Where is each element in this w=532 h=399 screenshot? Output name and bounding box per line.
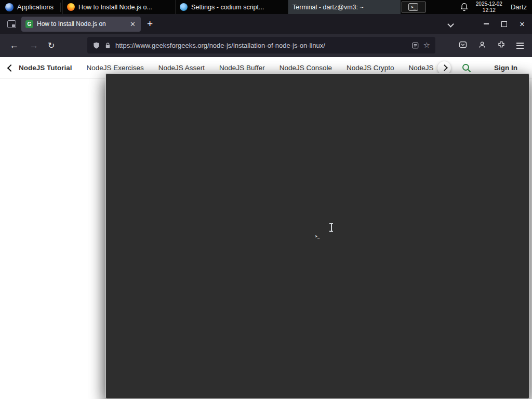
taskbar-label: Terminal - dartz@vm3: ~ [292, 4, 364, 11]
reader-view-icon[interactable] [411, 42, 419, 49]
nav-item-nodejs-crypto[interactable]: NodeJS Crypto [347, 64, 394, 72]
clock-date: 2025-12-02 [476, 1, 502, 7]
taskbar-button[interactable]: How to Install Node.js o... [62, 0, 175, 14]
nav-item-nodejs-buffer[interactable]: NodeJS Buffer [219, 64, 265, 72]
nav-scroll-right-button[interactable] [437, 61, 451, 75]
window-maximize-icon[interactable] [501, 21, 507, 27]
nav-back-chevron-icon[interactable] [7, 64, 15, 71]
navigation-toolbar: ← → ↻ https://www.geeksforgeeks.org/node… [0, 34, 532, 57]
taskbar-label: How to Install Node.js o... [78, 4, 152, 11]
account-icon[interactable] [478, 41, 486, 51]
url-bar[interactable]: https://www.geeksforgeeks.org/node-js/in… [87, 37, 435, 54]
menu-hamburger-icon[interactable] [516, 43, 524, 49]
tab-bar: G How to Install Node.js on ✕ + × [0, 14, 532, 34]
applications-menu[interactable]: Applications [0, 0, 59, 14]
clock-time: 12:12 [476, 7, 502, 14]
nav-item-nodejs-exercises[interactable]: NodeJS Exercises [87, 64, 144, 72]
panel-right: 2025-12-02 12:12 Dartz [402, 0, 532, 14]
clock[interactable]: 2025-12-02 12:12 [476, 1, 502, 13]
gfg-nav-links: NodeJS ExercisesNodeJS AssertNodeJS Buff… [87, 64, 436, 72]
taskbar-button[interactable]: Settings - codium script... [175, 0, 288, 14]
nav-item-nodejs-assert[interactable]: NodeJS Assert [158, 64, 205, 72]
mouse-cursor [329, 223, 334, 232]
nav-item-nodejs-tutorial[interactable]: NodeJS Tutorial [19, 64, 72, 72]
window-close-icon[interactable]: × [520, 20, 525, 29]
user-menu[interactable]: Dartz [511, 3, 527, 11]
tab-title: How to Install Node.js on [37, 20, 125, 28]
bookmark-star-icon[interactable]: ☆ [423, 41, 430, 50]
shield-icon[interactable] [92, 42, 100, 49]
reload-icon[interactable]: ↻ [48, 34, 55, 57]
nav-item-nodejs-console[interactable]: NodeJS Console [280, 64, 332, 72]
workspace-switcher[interactable] [402, 2, 425, 12]
top-panel: Applications How to Install Node.js o...… [0, 0, 532, 14]
taskbar: How to Install Node.js o...Settings - co… [62, 0, 401, 14]
toolbar-right-icons [459, 34, 532, 57]
pocket-icon[interactable] [459, 41, 467, 51]
forward-icon[interactable]: → [29, 34, 38, 57]
new-tab-button[interactable]: + [147, 18, 153, 30]
browser-tab[interactable]: G How to Install Node.js on ✕ [21, 17, 141, 32]
nav-item-nodejs-dns[interactable]: NodeJS DNS [409, 64, 436, 72]
lock-icon[interactable] [104, 42, 111, 49]
applications-label: Applications [17, 3, 54, 11]
tab-close-icon[interactable]: ✕ [129, 20, 137, 28]
url-text: https://www.geeksforgeeks.org/node-js/in… [115, 42, 407, 49]
search-icon[interactable] [461, 63, 472, 73]
firefox-view-icon[interactable] [7, 20, 16, 28]
back-icon[interactable]: ← [9, 34, 19, 57]
notifications-bell-icon[interactable] [460, 3, 469, 11]
terminal-icon [408, 3, 418, 11]
panel-separator [60, 3, 61, 12]
window-controls: × [484, 14, 532, 34]
firefox-icon [67, 3, 75, 11]
extensions-icon[interactable] [497, 41, 506, 51]
taskbar-button[interactable]: Terminal - dartz@vm3: ~ [288, 0, 401, 14]
sign-in-button[interactable]: Sign In [494, 64, 517, 72]
list-all-tabs-icon[interactable] [448, 19, 453, 29]
gfg-favicon: G [25, 20, 33, 28]
codium-icon [180, 3, 188, 11]
applications-icon [5, 3, 14, 11]
taskbar-label: Settings - codium script... [191, 4, 264, 11]
window-minimize-icon[interactable] [484, 23, 489, 24]
